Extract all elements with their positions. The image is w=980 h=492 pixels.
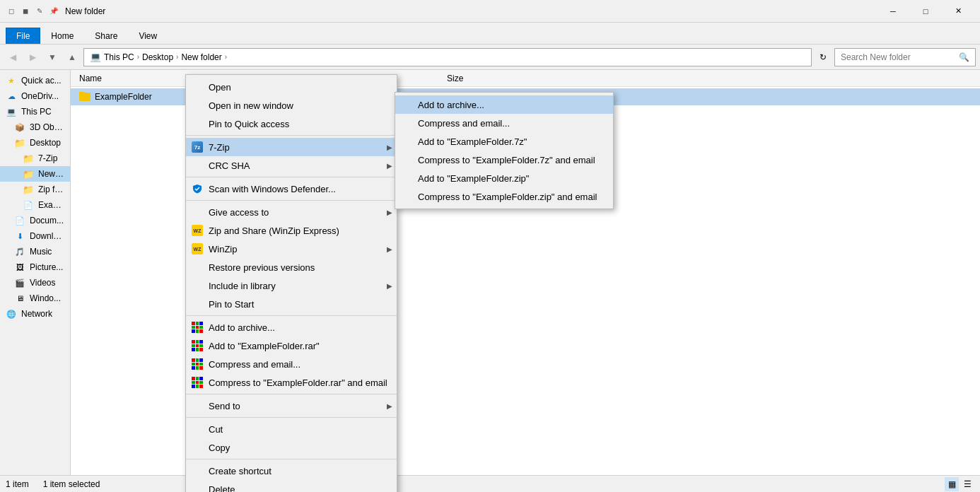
submenu-item-compress-7z-email[interactable]: Compress to "ExampleFolder.7z" and email (395, 151, 613, 169)
maximize-button[interactable]: □ (909, 0, 942, 23)
sidebar-item-music[interactable]: 🎵 Music (0, 244, 70, 259)
menu-item-compress-rar-email[interactable]: Compress to "ExampleFolder.rar" and emai… (186, 373, 397, 392)
menu-item-open[interactable]: Open (186, 78, 397, 96)
view-list-button[interactable]: ☰ (960, 477, 974, 491)
sidebar-item-videos[interactable]: 🎬 Videos (0, 275, 70, 291)
search-box[interactable]: 🔍 (834, 48, 976, 66)
send-to-icon (192, 400, 203, 411)
menu-label-delete: Delete (209, 484, 383, 493)
recent-button[interactable]: ▼ (44, 49, 61, 66)
submenu-item-compress-email[interactable]: Compress and email... (395, 114, 613, 132)
chevron-icon-crc: ▶ (387, 162, 392, 170)
cut-icon (192, 423, 203, 435)
context-menu: Open Open in new window Pin to Quick acc… (185, 74, 397, 492)
sidebar-label-music: Music (30, 247, 52, 257)
give-access-icon (192, 206, 203, 218)
rar-icon-2 (192, 340, 203, 351)
sidebar-item-example[interactable]: 📄 Examp... (0, 197, 70, 213)
sidebar-item-quick-access[interactable]: ★ Quick ac... (0, 73, 70, 88)
sidebar-item-3d-objects[interactable]: 📦 3D Obje... (0, 119, 70, 135)
forward-button[interactable]: ▶ (24, 49, 41, 66)
sidebar-item-new-folder[interactable]: 📁 New f... (0, 166, 70, 182)
path-this-pc[interactable]: This PC (104, 52, 134, 62)
sidebar-item-documents[interactable]: 📄 Docum... (0, 213, 70, 228)
submenu-item-add-zip[interactable]: Add to "ExampleFolder.zip" (395, 169, 613, 187)
menu-item-7zip[interactable]: 7z 7-Zip ▶ (186, 138, 397, 156)
sub-compress-icon (401, 117, 412, 129)
menu-label-crc-sha: CRC SHA (209, 160, 383, 171)
pin-icon (192, 118, 203, 129)
menu-label-zip-share: Zip and Share (WinZip Express) (209, 226, 383, 236)
menu-item-add-to-rar[interactable]: Add to "ExampleFolder.rar" (186, 336, 397, 355)
path-desktop[interactable]: Desktop (142, 52, 173, 62)
tab-home[interactable]: Home (40, 28, 84, 44)
sidebar: ★ Quick ac... ☁ OneDriv... 💻 This PC 📦 3… (0, 70, 71, 476)
menu-item-restore-prev[interactable]: Restore previous versions (186, 258, 397, 276)
search-icon[interactable]: 🔍 (959, 52, 969, 62)
address-path[interactable]: 💻 This PC › Desktop › New folder › (83, 48, 812, 66)
menu-label-cut: Cut (209, 424, 383, 435)
sidebar-item-desktop[interactable]: 📁 Desktop (0, 135, 70, 151)
onedrive-icon: ☁ (6, 90, 17, 102)
menu-item-open-new-window[interactable]: Open in new window (186, 96, 397, 115)
back-button[interactable]: ◀ (4, 49, 21, 66)
search-input[interactable] (841, 52, 956, 62)
menu-item-send-to[interactable]: Send to ▶ (186, 397, 397, 415)
pictures-icon: 🖼 (14, 262, 25, 273)
status-item-count: 1 item (6, 479, 29, 489)
submenu-item-add-to-archive[interactable]: Add to archive... (395, 95, 613, 114)
menu-separator-4 (186, 315, 397, 316)
windows-icon: 🖥 (14, 293, 25, 304)
sidebar-item-zip-folder[interactable]: 📁 Zip fo... (0, 182, 70, 197)
sidebar-label-desktop: Desktop (30, 138, 61, 148)
minimize-button[interactable]: ─ (877, 0, 909, 23)
menu-item-winzip[interactable]: WZ WinZip ▶ (186, 240, 397, 258)
menu-item-cut[interactable]: Cut (186, 420, 397, 438)
address-bar: ◀ ▶ ▼ ▲ 💻 This PC › Desktop › New folder… (0, 45, 980, 70)
sidebar-item-downloads[interactable]: ⬇ Downlo... (0, 228, 70, 244)
sidebar-item-windows[interactable]: 🖥 Windo... (0, 291, 70, 306)
menu-item-copy[interactable]: Copy (186, 438, 397, 457)
menu-item-compress-email[interactable]: Compress and email... (186, 355, 397, 373)
sub-add-zip-icon (401, 172, 412, 184)
menu-item-zip-share[interactable]: WZ Zip and Share (WinZip Express) (186, 221, 397, 240)
menu-item-include-library[interactable]: Include in library ▶ (186, 276, 397, 295)
sidebar-label-example: Examp... (38, 200, 64, 210)
refresh-button[interactable]: ↻ (815, 49, 832, 66)
menu-item-add-to-archive[interactable]: Add to archive... (186, 318, 397, 336)
submenu-item-compress-zip-email[interactable]: Compress to "ExampleFolder.zip" and emai… (395, 187, 613, 206)
submenu-item-add-7z[interactable]: Add to "ExampleFolder.7z" (395, 132, 613, 151)
menu-item-scan-defender[interactable]: Scan with Windows Defender... (186, 180, 397, 198)
sidebar-item-7zip[interactable]: 📁 7-Zip (0, 151, 70, 166)
sidebar-item-network[interactable]: 🌐 Network (0, 306, 70, 322)
tab-view[interactable]: View (128, 28, 168, 44)
7zip-menu-icon: 7z (192, 141, 203, 153)
close-button[interactable]: ✕ (942, 0, 974, 23)
status-view-buttons: ▦ ☰ (945, 477, 974, 491)
documents-icon: 📄 (14, 215, 25, 226)
view-details-button[interactable]: ▦ (945, 477, 959, 491)
open-new-window-icon (192, 100, 203, 111)
sidebar-item-onedrive[interactable]: ☁ OneDriv... (0, 88, 70, 104)
menu-label-pin-start: Pin to Start (209, 299, 383, 310)
chevron-icon-library: ▶ (387, 282, 392, 290)
path-new-folder[interactable]: New folder (181, 52, 221, 62)
sub-compress-7z-icon (401, 154, 412, 165)
menu-item-crc-sha[interactable]: CRC SHA ▶ (186, 156, 397, 175)
path-sep-1: › (137, 53, 139, 61)
menu-item-pin-quick-access[interactable]: Pin to Quick access (186, 115, 397, 133)
sidebar-item-pictures[interactable]: 🖼 Picture... (0, 259, 70, 275)
sidebar-label-3d-objects: 3D Obje... (30, 122, 64, 132)
tab-share[interactable]: Share (84, 28, 128, 44)
col-header-size[interactable]: Size (441, 74, 498, 83)
menu-item-delete[interactable]: Delete (186, 480, 397, 492)
tab-file[interactable]: File (6, 28, 40, 44)
chevron-icon: ▶ (387, 144, 392, 151)
sidebar-item-this-pc[interactable]: 💻 This PC (0, 104, 70, 119)
defender-icon (192, 183, 203, 194)
status-bar: 1 item 1 item selected ▦ ☰ (0, 475, 980, 492)
menu-item-give-access[interactable]: Give access to ▶ (186, 203, 397, 221)
menu-item-create-shortcut[interactable]: Create shortcut (186, 462, 397, 480)
up-button[interactable]: ▲ (64, 49, 81, 66)
menu-item-pin-start[interactable]: Pin to Start (186, 295, 397, 313)
